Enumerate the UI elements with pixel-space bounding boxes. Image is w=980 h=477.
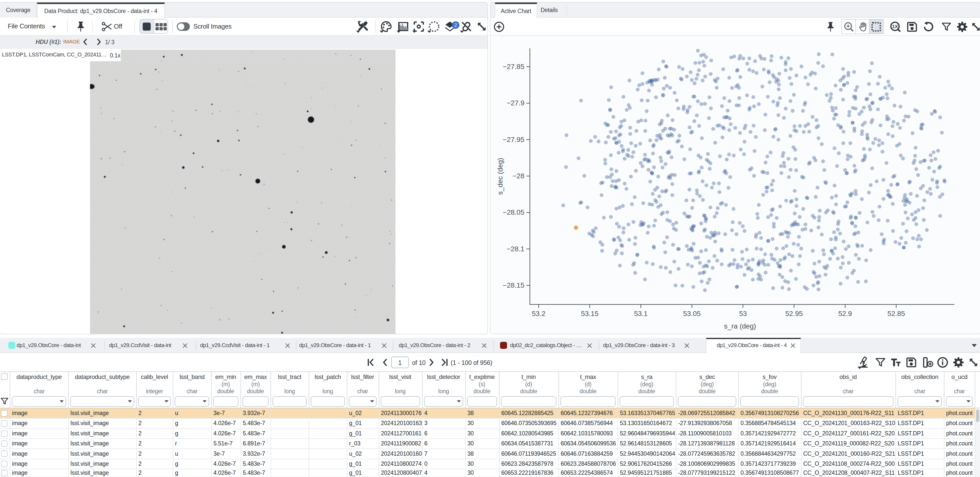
svg-text:52.85: 52.85 [888, 310, 905, 318]
svg-text:−28.1: −28.1 [507, 245, 524, 253]
svg-text:52.95: 52.95 [785, 310, 803, 318]
svg-text:−28.05: −28.05 [503, 208, 524, 216]
svg-text:−28: −28 [512, 172, 525, 180]
svg-text:−27.9: −27.9 [507, 99, 524, 107]
svg-text:53.1: 53.1 [634, 310, 648, 318]
svg-text:53: 53 [739, 310, 747, 318]
svg-text:53.05: 53.05 [683, 310, 701, 318]
svg-text:−27.95: −27.95 [503, 136, 524, 143]
svg-text:53.15: 53.15 [581, 310, 598, 318]
svg-text:53.2: 53.2 [532, 310, 546, 318]
svg-text:52.9: 52.9 [838, 310, 852, 318]
svg-text:s_dec (deg): s_dec (deg) [496, 158, 504, 195]
svg-text:1X: 1X [892, 24, 898, 29]
svg-text:−28.15: −28.15 [503, 281, 524, 289]
svg-text:−27.85: −27.85 [503, 63, 524, 70]
svg-text:s_ra (deg): s_ra (deg) [724, 322, 756, 330]
